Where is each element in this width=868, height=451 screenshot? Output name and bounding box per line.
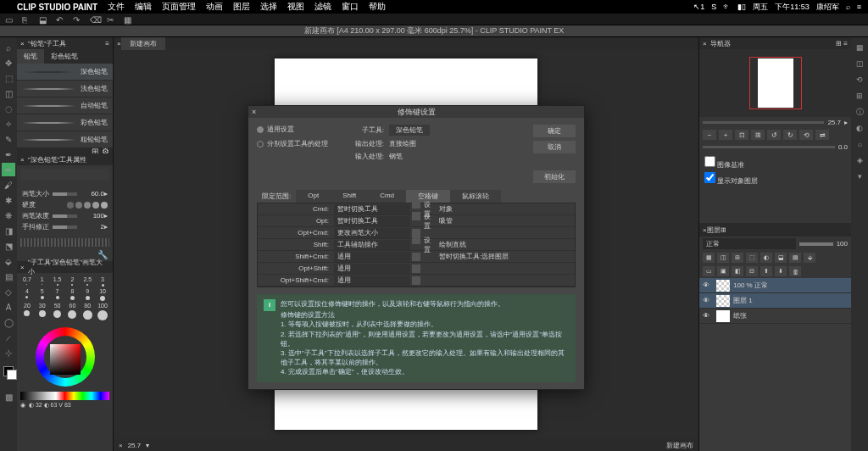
- history-icon[interactable]: ⟲: [853, 73, 866, 86]
- panel-menu-icon[interactable]: ⊞ ≡: [836, 40, 848, 47]
- tool-figure-icon[interactable]: ◇: [2, 285, 15, 298]
- info-icon[interactable]: ⓘ: [853, 105, 866, 119]
- layer-tool-icon[interactable]: ⊞: [732, 253, 743, 263]
- material-icon[interactable]: ◫: [853, 57, 866, 70]
- layer-tool-icon[interactable]: ⊟: [746, 266, 758, 276]
- tool-lasso-icon[interactable]: ◌: [2, 102, 15, 115]
- blend-mode-select[interactable]: 正常: [703, 238, 796, 249]
- size-cell[interactable]: 60: [65, 303, 79, 320]
- layer-tool-icon[interactable]: ⬇: [775, 266, 787, 276]
- panel-menu-icon[interactable]: ≡: [105, 40, 109, 47]
- nav-angle-slider[interactable]: [703, 146, 835, 148]
- menu-help[interactable]: 帮助: [369, 1, 386, 13]
- toolbar-cut-icon[interactable]: ✂: [107, 15, 115, 24]
- control-center-icon[interactable]: ≡: [857, 3, 861, 11]
- radio-common-settings[interactable]: 通用设置: [257, 125, 333, 134]
- action-select[interactable]: 通用: [334, 252, 410, 262]
- quick-access-icon[interactable]: ▦: [853, 41, 866, 54]
- layer-tool-icon[interactable]: ⬙: [804, 253, 815, 263]
- settings-button[interactable]: [412, 264, 420, 273]
- action-select[interactable]: 工具辅助操作: [334, 240, 410, 250]
- size-cell[interactable]: 8: [65, 288, 79, 301]
- cancel-button[interactable]: 取消: [533, 141, 576, 153]
- brush-preset-light[interactable]: 浅色铅笔: [17, 81, 113, 97]
- size-cell[interactable]: 2.5: [81, 276, 94, 287]
- tool-move-icon[interactable]: ✥: [2, 56, 15, 70]
- brush-preset-rough[interactable]: 粗铅铅笔: [17, 131, 113, 148]
- prop-stabilize[interactable]: 手抖修正2▸: [22, 222, 108, 231]
- subtool-value[interactable]: 深色铅笔: [389, 125, 430, 136]
- action-select[interactable]: 通用: [334, 264, 410, 274]
- tool-marquee-icon[interactable]: ◫: [2, 86, 15, 100]
- size-cell[interactable]: 20: [20, 303, 34, 320]
- 3d-icon[interactable]: ◈: [853, 153, 866, 167]
- status-icon[interactable]: ↖1: [693, 3, 704, 11]
- tool-pencil-icon[interactable]: ✏: [2, 163, 15, 176]
- toolbar-save-icon[interactable]: ⬓: [39, 15, 47, 24]
- layer-row[interactable]: 👁 纸张: [699, 309, 851, 324]
- tool-pen-icon[interactable]: ✒: [2, 148, 15, 161]
- brush-preset-color[interactable]: 彩色铅笔: [17, 114, 113, 131]
- tab-shift[interactable]: Shift: [331, 190, 368, 203]
- tool-airbrush-icon[interactable]: ✱: [2, 193, 15, 207]
- tool-fill-icon[interactable]: ⬙: [2, 254, 15, 268]
- size-cell[interactable]: 50: [51, 303, 64, 320]
- toolbar-grid-icon[interactable]: ▦: [124, 15, 132, 24]
- prop-pattern-bar[interactable]: [20, 238, 109, 247]
- subtool-tab-pencil[interactable]: 铅笔: [17, 49, 44, 64]
- reset-button[interactable]: 初始化: [533, 170, 576, 183]
- new-layer-icon[interactable]: ▭: [703, 266, 715, 276]
- layer-tool-icon[interactable]: ▤: [789, 253, 801, 263]
- panel-close-icon[interactable]: ×: [20, 40, 25, 47]
- menu-edit[interactable]: 编辑: [135, 1, 152, 13]
- size-cell[interactable]: 7: [51, 288, 64, 301]
- toolbar-redo-icon[interactable]: ↷: [73, 15, 81, 24]
- tool-brush-icon[interactable]: 🖌: [2, 178, 15, 192]
- prop-hardness[interactable]: 硬度: [22, 200, 108, 209]
- canvas-zoom[interactable]: 25.7: [128, 442, 142, 449]
- menu-anim[interactable]: 动画: [206, 1, 223, 13]
- tool-text-icon[interactable]: A: [2, 300, 15, 314]
- size-cell[interactable]: 0.7: [20, 276, 34, 287]
- action-select[interactable]: 暂时切换工具: [334, 204, 410, 214]
- layer-row[interactable]: 👁 100 % 正常: [699, 278, 851, 293]
- size-cell[interactable]: 10: [96, 288, 109, 301]
- nav-flip-icon[interactable]: ⇄: [815, 130, 829, 140]
- battery-icon[interactable]: ▮▯: [737, 3, 746, 11]
- delete-layer-icon[interactable]: 🗑: [789, 266, 801, 276]
- menu-select[interactable]: 选择: [260, 1, 277, 13]
- nav-zoom-slider[interactable]: [703, 121, 824, 124]
- size-cell[interactable]: 2: [65, 276, 79, 287]
- clock-time[interactable]: 下午11:53: [775, 2, 810, 13]
- size-cell[interactable]: 5: [36, 288, 49, 301]
- panel-close-icon[interactable]: ×: [20, 156, 25, 164]
- tab-opt[interactable]: Opt: [296, 190, 331, 203]
- settings-button[interactable]: [412, 276, 420, 285]
- new-folder-icon[interactable]: ▣: [717, 266, 729, 276]
- ok-button[interactable]: 确定: [533, 125, 576, 137]
- size-cell[interactable]: 9: [81, 288, 94, 301]
- item-icon[interactable]: ◐: [853, 121, 866, 135]
- size-cell[interactable]: 100: [96, 303, 109, 320]
- tool-wand-icon[interactable]: ✧: [2, 117, 15, 131]
- search-icon[interactable]: ⌕: [853, 137, 866, 151]
- size-cell[interactable]: 80: [81, 303, 94, 320]
- tab-wheel[interactable]: 鼠标滚轮: [450, 190, 501, 203]
- nav-100-icon[interactable]: ⊞: [751, 130, 765, 140]
- tool-eraser-icon[interactable]: ◨: [2, 224, 15, 237]
- settings-button[interactable]: [412, 212, 420, 220]
- nav-zoom-in-icon[interactable]: +: [719, 130, 732, 140]
- layer-visibility-icon[interactable]: 👁: [703, 297, 713, 304]
- nav-checkbox-showobj[interactable]: 显示对象图层: [704, 172, 846, 186]
- nav-rotate-cw-icon[interactable]: ↻: [783, 130, 797, 140]
- layer-tool-icon[interactable]: ⬓: [775, 253, 787, 263]
- tab-cmd[interactable]: Cmd: [368, 190, 406, 203]
- tool-zoom-icon[interactable]: ⌕: [2, 41, 15, 54]
- action-select[interactable]: 暂时切换工具: [334, 216, 410, 226]
- layer-tool-icon[interactable]: ◫: [717, 253, 729, 263]
- toolbar-new-icon[interactable]: ▭: [5, 15, 14, 24]
- user-name[interactable]: 康绍军: [816, 2, 839, 13]
- tool-eyedropper-icon[interactable]: ✎: [2, 132, 15, 146]
- status-s-icon[interactable]: S: [711, 3, 716, 11]
- toolbar-clear-icon[interactable]: ⌫: [90, 15, 98, 24]
